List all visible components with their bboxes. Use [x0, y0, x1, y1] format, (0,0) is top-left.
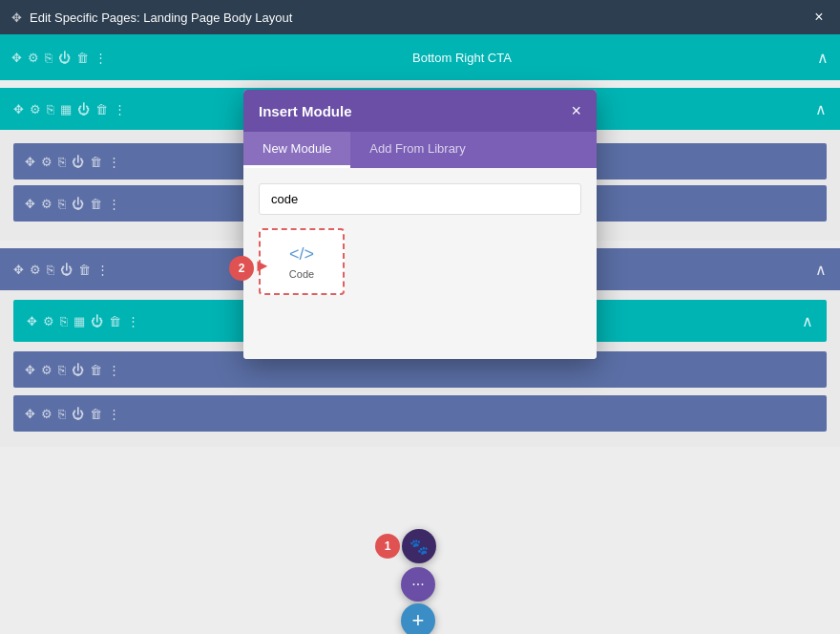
- modal-title: Insert Module: [259, 103, 352, 119]
- tab-add-from-library[interactable]: Add From Library: [350, 132, 484, 168]
- dots-icon: ···: [411, 576, 424, 593]
- modal-close-button[interactable]: ×: [571, 101, 581, 121]
- more-options-button[interactable]: ···: [401, 567, 435, 602]
- step-1-badge: 1: [375, 534, 400, 559]
- title-bar-move-icon: ✥: [11, 11, 22, 25]
- title-bar: ✥ Edit Specific Pages: Landing Page Body…: [0, 0, 840, 34]
- code-module-label: Code: [289, 268, 314, 280]
- step-2-badge: 2: [229, 256, 254, 281]
- module-search-input[interactable]: [259, 183, 581, 215]
- insert-module-modal: Insert Module × New Module Add From Libr…: [243, 90, 597, 359]
- tab-new-module[interactable]: New Module: [243, 132, 350, 168]
- code-module-icon: </>: [289, 244, 314, 264]
- plus-icon: +: [412, 608, 425, 633]
- editor-area: ✥ ⚙ ⎘ ⏻ 🗑 ⋮ Bottom Right CTA ∧ ✥ ⚙ ⎘ ▦ ⏻…: [0, 34, 840, 634]
- modal-tabs: New Module Add From Library: [243, 132, 597, 168]
- cat-icon-button[interactable]: 🐾: [402, 529, 436, 563]
- title-bar-close-button[interactable]: ×: [809, 8, 829, 27]
- modal-body: </> Code: [243, 168, 597, 359]
- modal-header: Insert Module ×: [243, 90, 597, 132]
- module-grid: </> Code: [259, 228, 581, 295]
- title-bar-text: Edit Specific Pages: Landing Page Body L…: [30, 11, 292, 25]
- step-2-arrow: ►: [254, 256, 271, 276]
- module-item-code[interactable]: </> Code: [259, 228, 345, 295]
- title-bar-left: ✥ Edit Specific Pages: Landing Page Body…: [11, 11, 292, 25]
- add-button[interactable]: +: [401, 603, 435, 634]
